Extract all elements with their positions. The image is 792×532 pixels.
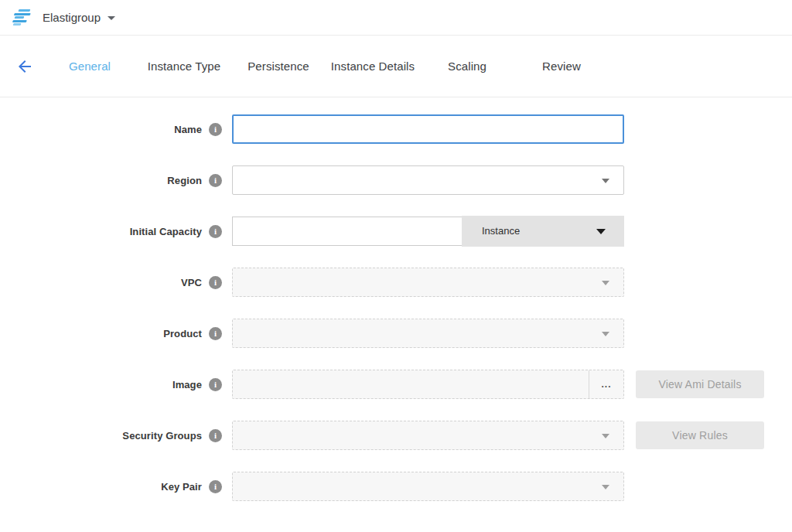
tab-general[interactable]: General	[43, 60, 137, 73]
back-button[interactable]	[14, 56, 36, 77]
form-row-initial-capacity: Initial Capacity Instance	[0, 217, 792, 246]
view-rules-button[interactable]: View Rules	[636, 421, 764, 449]
form-row-key-pair: Key Pair	[0, 472, 792, 501]
region-select[interactable]	[232, 165, 624, 195]
tab-instance-details[interactable]: Instance Details	[326, 60, 420, 73]
chevron-down-icon	[602, 434, 609, 438]
info-icon[interactable]	[209, 225, 222, 238]
info-icon[interactable]	[209, 429, 222, 442]
form-row-vpc: VPC	[0, 268, 792, 297]
form-row-image: Image ... View Ami Details	[0, 370, 792, 399]
region-label: Region	[167, 175, 202, 186]
chevron-down-icon	[602, 485, 609, 489]
app-switcher-label[interactable]: Elastigroup	[43, 11, 101, 24]
name-input[interactable]	[232, 114, 624, 144]
view-ami-details-button[interactable]: View Ami Details	[636, 370, 764, 398]
image-label: Image	[172, 379, 202, 390]
tab-instance-type[interactable]: Instance Type	[137, 60, 231, 73]
key-pair-select	[232, 472, 624, 501]
chevron-down-icon	[602, 332, 609, 336]
key-pair-label: Key Pair	[161, 481, 202, 493]
form-row-security-groups: Security Groups View Rules	[0, 421, 792, 450]
info-icon[interactable]	[209, 327, 222, 340]
vpc-label: VPC	[181, 277, 202, 288]
info-icon[interactable]	[209, 480, 222, 493]
chevron-down-icon	[602, 281, 609, 285]
capacity-unit-select[interactable]: Instance	[462, 216, 624, 247]
security-groups-select	[232, 421, 624, 450]
info-icon[interactable]	[209, 276, 222, 289]
tab-persistence[interactable]: Persistence	[231, 60, 326, 73]
caret-down-icon	[596, 229, 606, 234]
form-row-region: Region	[0, 165, 792, 195]
info-icon[interactable]	[209, 174, 222, 187]
image-input-wrap: ...	[232, 370, 624, 399]
info-icon[interactable]	[209, 123, 222, 136]
vpc-select	[232, 268, 624, 297]
security-groups-label: Security Groups	[122, 430, 202, 442]
capacity-unit-value: Instance	[482, 225, 520, 237]
form-row-name: Name	[0, 114, 792, 144]
tab-review[interactable]: Review	[514, 60, 609, 73]
elastigroup-logo-icon	[10, 9, 36, 26]
product-select	[232, 319, 624, 348]
back-arrow-icon	[15, 57, 34, 76]
product-label: Product	[163, 328, 202, 339]
initial-capacity-input[interactable]	[232, 217, 462, 246]
general-settings-form: Name Region Initial Capacity Instanc	[0, 97, 792, 501]
initial-capacity-label: Initial Capacity	[130, 226, 202, 237]
chevron-down-icon	[602, 179, 609, 183]
name-label: Name	[174, 124, 202, 135]
wizard-tabs: General Instance Type Persistence Instan…	[43, 60, 609, 73]
form-row-product: Product	[0, 319, 792, 348]
info-icon[interactable]	[209, 378, 222, 391]
tab-scaling[interactable]: Scaling	[420, 60, 514, 73]
wizard-tabbar: General Instance Type Persistence Instan…	[0, 36, 792, 97]
topbar: Elastigroup	[0, 0, 792, 36]
image-input	[233, 370, 589, 398]
image-browse-button[interactable]: ...	[589, 370, 623, 398]
caret-down-icon[interactable]	[108, 16, 115, 20]
